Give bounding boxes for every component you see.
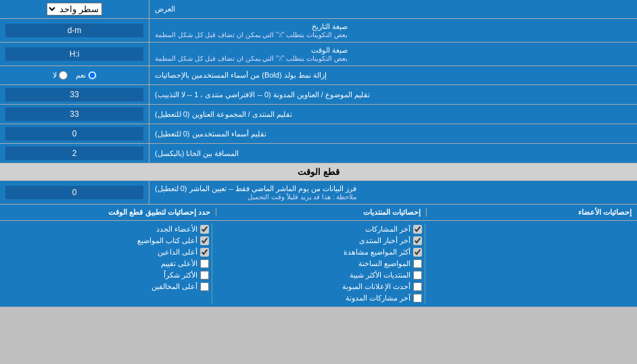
usernames-trim-input-area bbox=[0, 124, 149, 143]
forum-group-label: تقليم المنتدى / المجموعة العناوين (0 للت… bbox=[149, 105, 637, 124]
stats-apply-header: حدد إحصائيات لتطبيق قطع الوقت bbox=[5, 208, 216, 217]
list-item[interactable]: المواضيع الساخنة bbox=[215, 258, 421, 269]
time-cut-input[interactable] bbox=[5, 186, 143, 199]
list-item[interactable]: آخر أخبار المنتدى bbox=[215, 235, 421, 246]
topics-count-input-area bbox=[0, 85, 149, 104]
time-cut-header: قطع الوقت bbox=[0, 163, 637, 181]
list-item[interactable]: أكثر المواضيع مشاهدة bbox=[215, 246, 421, 258]
checklist-col1-header: إحصائيات المنتديات bbox=[216, 208, 427, 217]
display-dropdown-area: سطر واحدسطرينثلاثة أسطر bbox=[0, 0, 149, 18]
space-between-input-area bbox=[0, 144, 149, 163]
topics-count-input[interactable] bbox=[5, 88, 143, 101]
list-item[interactable]: المنتديات الأكثر شبية bbox=[215, 269, 421, 281]
list-item[interactable]: أعلى كتاب المواضيع bbox=[3, 235, 209, 246]
display-label: العرض bbox=[149, 0, 637, 18]
date-format-label: صيغة التاريخ بعض التكوينات يتطلب "٪" الت… bbox=[149, 19, 637, 42]
checklist-stats-col bbox=[425, 224, 637, 304]
usernames-trim-label: تقليم أسماء المستخدمين (0 للتعطيل) bbox=[149, 124, 637, 143]
bold-no-option[interactable]: لا bbox=[53, 71, 68, 80]
list-item[interactable]: أعلى الداعين bbox=[3, 246, 209, 258]
checklist-col2-header: إحصائيات الأعضاء bbox=[427, 208, 632, 217]
time-cut-label: فرز البيانات من يوم الماشر الماضي فقط --… bbox=[149, 181, 637, 204]
usernames-trim-input[interactable] bbox=[5, 127, 143, 140]
list-item[interactable]: الأعلى تقييم bbox=[3, 258, 209, 269]
date-format-input[interactable] bbox=[5, 24, 143, 37]
checklist-forum-col: آخر المشاركات آخر أخبار المنتدى أكثر الم… bbox=[212, 224, 425, 304]
bold-remove-options: نعم لا bbox=[0, 66, 149, 84]
checklist-member-col: الأعضاء الجدد أعلى كتاب المواضيع أعلى ال… bbox=[0, 224, 212, 304]
space-between-label: المسافة بين الخانا (بالبكسل) bbox=[149, 144, 637, 163]
list-item[interactable]: الأكثر شكراً bbox=[3, 269, 209, 281]
time-format-label: صيغة الوقت بعض التكوينات يتطلب "٪" التي … bbox=[149, 43, 637, 66]
time-cut-input-area bbox=[0, 181, 149, 204]
bold-remove-label: إزالة نمط بولد (Bold) من أسماء المستخدمي… bbox=[149, 66, 637, 84]
list-item[interactable]: أحدث الإعلانات المبوبة bbox=[215, 281, 421, 292]
forum-group-input-area bbox=[0, 105, 149, 124]
topics-count-label: تقليم الموضوع / العناوين المدونة (0 -- ا… bbox=[149, 85, 637, 104]
space-between-input[interactable] bbox=[5, 147, 143, 160]
forum-group-input[interactable] bbox=[5, 107, 143, 121]
list-item[interactable]: آخر المشاركات bbox=[215, 224, 421, 235]
time-format-input-area bbox=[0, 43, 149, 66]
list-item[interactable]: أعلى المخالفين bbox=[3, 281, 209, 292]
display-dropdown[interactable]: سطر واحدسطرينثلاثة أسطر bbox=[47, 3, 102, 16]
list-item[interactable]: آخر مشاركات المدونة bbox=[215, 292, 421, 304]
list-item[interactable]: الأعضاء الجدد bbox=[3, 224, 209, 235]
date-format-input-area bbox=[0, 19, 149, 42]
time-format-input[interactable] bbox=[5, 47, 143, 61]
bold-yes-option[interactable]: نعم bbox=[76, 71, 97, 80]
